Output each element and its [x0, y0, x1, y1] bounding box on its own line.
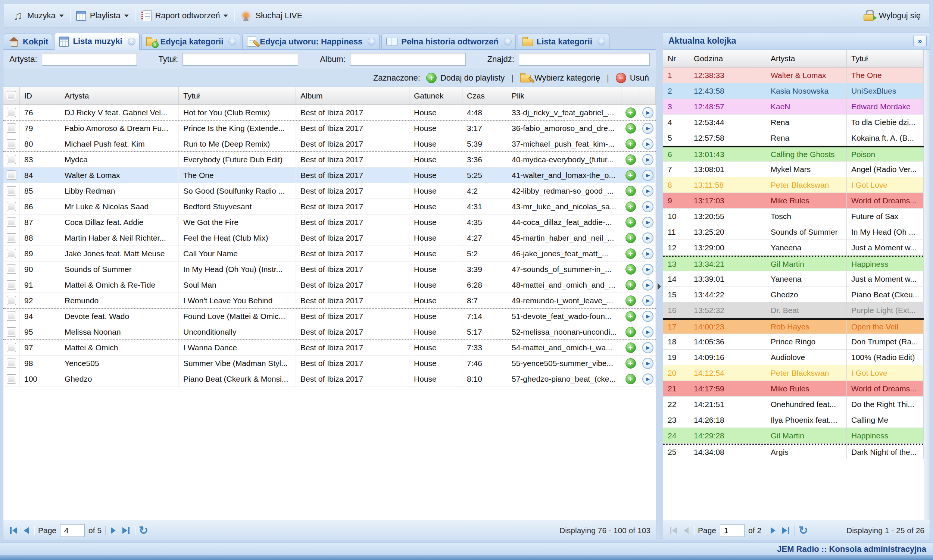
queue-table-row[interactable]: 22 14:21:51 Onehundred feat... Do the Ri…	[663, 397, 924, 412]
music-table-row[interactable]: 84 Walter & Lomax The One Best of Ibiza …	[3, 168, 656, 183]
queue-table-row[interactable]: 9 13:17:03 Mike Rules World of Dreams...	[663, 193, 924, 209]
play-icon[interactable]	[642, 107, 653, 118]
add-to-playlist-icon[interactable]	[625, 343, 636, 353]
play-icon[interactable]	[642, 248, 653, 259]
queue-table-row[interactable]: 25 14:34:08 Argis Dark Night of the...	[663, 444, 924, 459]
queue-table-row[interactable]: 13 13:34:21 Gil Martin Happiness	[663, 255, 924, 271]
menu-muzyka[interactable]: Muzyka	[9, 8, 67, 24]
add-to-playlist-icon[interactable]	[625, 327, 636, 337]
play-icon[interactable]	[642, 264, 653, 275]
column-header-artist[interactable]: Artysta	[60, 87, 179, 105]
tab-pelna-historia[interactable]: Pełna historia odtworzeń	[382, 34, 516, 49]
tab-kokpit[interactable]: Kokpit	[4, 34, 52, 49]
choose-category-button[interactable]: Wybierz kategorię	[520, 73, 600, 83]
panel-splitter[interactable]	[656, 32, 663, 541]
queue-column-artist[interactable]: Artysta	[766, 49, 847, 67]
music-table-row[interactable]: 76 DJ Ricky V feat. Gabriel Vel... Hot f…	[3, 105, 656, 120]
music-table-row[interactable]: 92 Remundo I Won't Leave You Behind Best…	[3, 293, 656, 309]
play-icon[interactable]	[642, 232, 653, 244]
select-all-header[interactable]	[3, 87, 20, 105]
queue-table-row[interactable]: 19 14:09:16 Audiolove 100% (Radio Edit)	[663, 349, 924, 365]
add-to-playlist-icon[interactable]	[625, 233, 636, 243]
title-input[interactable]	[183, 53, 298, 66]
play-icon[interactable]	[642, 295, 653, 306]
last-page-button[interactable]	[781, 525, 791, 536]
queue-table-row[interactable]: 16 13:52:32 Dr. Beat Purple Light (Ext..…	[663, 303, 924, 318]
queue-table-row[interactable]: 5 12:57:58 Rena Kokaina ft. A. (B...	[663, 130, 924, 146]
row-checkbox[interactable]	[7, 343, 16, 352]
queue-table-row[interactable]: 20 14:12:54 Peter Blackswan I Got Love	[663, 365, 924, 381]
tab-edycja-utworu[interactable]: Edycja utworu: Happiness	[242, 34, 380, 49]
column-header-file[interactable]: Plik	[507, 87, 621, 105]
add-to-playlist-icon[interactable]	[625, 248, 636, 259]
queue-table-row[interactable]: 8 13:11:58 Peter Blackswan I Got Love	[663, 177, 924, 193]
refresh-icon[interactable]	[799, 525, 808, 536]
listen-live-button[interactable]: Słuchaj LIVE	[237, 9, 305, 23]
queue-table-row[interactable]: 3 12:48:57 KaeN Edward Mordake	[663, 99, 924, 115]
prev-page-button[interactable]	[22, 525, 30, 536]
music-table-row[interactable]: 98 Yence505 Summer Vibe (Madman Styl... …	[3, 355, 656, 371]
queue-table-row[interactable]: 17 14:00:23 Rob Hayes Open the Veil	[663, 318, 924, 334]
next-page-button[interactable]	[109, 525, 117, 536]
play-icon[interactable]	[642, 185, 653, 197]
logout-button[interactable]: Wyloguj się	[860, 8, 924, 23]
queue-column-time[interactable]: Godzina	[689, 49, 766, 67]
queue-table-row[interactable]: 23 14:26:18 Ilya Phoenix feat.... Callin…	[663, 412, 924, 428]
queue-scrollbar[interactable]	[924, 49, 930, 520]
music-table-row[interactable]: 95 Melissa Noonan Unconditionally Best o…	[3, 324, 656, 340]
play-icon[interactable]	[642, 123, 653, 134]
queue-column-nr[interactable]: Nr	[663, 49, 689, 67]
row-checkbox[interactable]	[7, 171, 16, 180]
row-checkbox[interactable]	[7, 374, 16, 383]
row-checkbox[interactable]	[7, 139, 16, 148]
row-checkbox[interactable]	[7, 280, 16, 289]
add-to-playlist-icon[interactable]	[625, 139, 636, 149]
row-checkbox[interactable]	[7, 155, 16, 164]
add-to-playlist-icon[interactable]	[625, 217, 636, 228]
music-table-row[interactable]: 79 Fabio Amoroso & Dream Fu... Prince Is…	[3, 120, 656, 136]
row-checkbox[interactable]	[7, 312, 16, 321]
column-header-album[interactable]: Album	[296, 87, 410, 105]
column-header-title[interactable]: Tytuł	[179, 87, 296, 105]
row-checkbox[interactable]	[7, 217, 16, 227]
play-icon[interactable]	[642, 280, 653, 291]
music-table-row[interactable]: 94 Devote feat. Wado Found Love (Mattei …	[3, 309, 656, 324]
queue-table-row[interactable]: 7 13:08:01 Mykel Mars Angel (Radio Ver..…	[663, 162, 924, 177]
close-icon[interactable]	[228, 38, 236, 46]
tab-lista-kategorii[interactable]: Lista kategorii	[517, 34, 610, 49]
queue-table-row[interactable]: 11 13:25:20 Sounds of Summer In My Head …	[663, 224, 924, 240]
queue-table-row[interactable]: 24 14:29:28 Gil Martin Happiness	[663, 428, 924, 444]
page-number-input[interactable]	[60, 524, 85, 537]
close-icon[interactable]	[597, 38, 605, 46]
tab-edycja-kategorii[interactable]: Edycja kategorii	[142, 34, 241, 49]
music-table-row[interactable]: 80 Michael Push feat. Kim Run to Me (Dee…	[3, 136, 656, 152]
column-header-time[interactable]: Czas	[462, 87, 507, 105]
music-table-row[interactable]: 87 Coca Dillaz feat. Addie We Got the Fi…	[3, 214, 656, 230]
queue-table-row[interactable]: 1 12:38:33 Walter & Lomax The One	[663, 68, 924, 83]
collapse-panel-icon[interactable]	[913, 35, 927, 47]
tab-lista-muzyki[interactable]: Lista muzyki	[54, 33, 139, 49]
play-icon[interactable]	[642, 170, 653, 181]
close-icon[interactable]	[504, 38, 512, 46]
close-icon[interactable]	[128, 38, 135, 46]
row-checkbox[interactable]	[7, 296, 16, 305]
menu-raport-odtworzen[interactable]: Raport odtworzeń	[138, 9, 231, 23]
select-all-checkbox[interactable]	[7, 91, 16, 100]
row-checkbox[interactable]	[7, 202, 16, 211]
add-to-playlist-icon[interactable]	[625, 170, 636, 181]
row-checkbox[interactable]	[7, 358, 16, 368]
artist-input[interactable]	[42, 53, 137, 66]
play-icon[interactable]	[642, 154, 653, 165]
music-table-row[interactable]: 100 Ghedzo Piano Beat (Ckeurk & Monsi...…	[3, 371, 656, 387]
queue-table-row[interactable]: 4 12:53:44 Rena To dla Ciebie dzi...	[663, 115, 924, 130]
play-icon[interactable]	[642, 374, 653, 385]
play-icon[interactable]	[642, 201, 653, 212]
row-checkbox[interactable]	[7, 186, 16, 195]
delete-button[interactable]: Usuń	[616, 73, 649, 83]
queue-table-row[interactable]: 21 14:17:59 Mike Rules World of Dreams..…	[663, 381, 924, 397]
add-to-playlist-icon[interactable]	[625, 295, 636, 306]
music-table-row[interactable]: 90 Sounds of Summer In My Head (Oh You) …	[3, 262, 656, 277]
music-table-row[interactable]: 97 Mattei & Omich I Wanna Dance Best of …	[3, 340, 656, 355]
add-to-playlist-icon[interactable]	[625, 123, 636, 134]
first-page-button[interactable]	[668, 525, 679, 536]
